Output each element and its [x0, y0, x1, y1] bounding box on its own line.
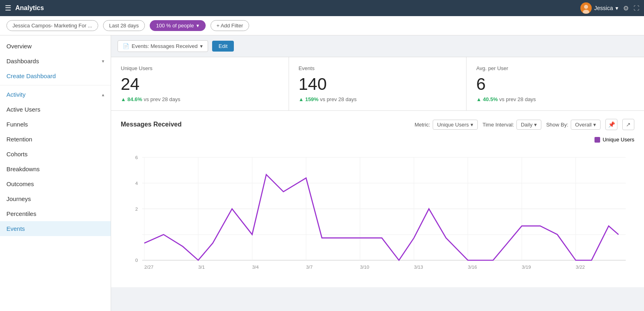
- svg-text:2: 2: [135, 206, 138, 211]
- stat-arrow-2: ▲: [476, 96, 483, 102]
- svg-text:0: 0: [135, 257, 138, 263]
- expand-icon[interactable]: ⛶: [634, 5, 639, 11]
- stat-card-unique-users: Unique Users 24 ▲ 84.6% vs prev 28 days: [111, 57, 289, 110]
- people-dropdown-icon: ▾: [196, 23, 199, 29]
- share-button[interactable]: ↗: [622, 119, 634, 130]
- svg-point-1: [584, 5, 588, 9]
- event-label: Events: Messages Received: [132, 43, 198, 49]
- metric-label: Metric:: [415, 122, 430, 128]
- dashboards-chevron: ▾: [102, 58, 104, 64]
- stat-change-2: ▲ 40.5% vs prev 28 days: [476, 96, 634, 102]
- pin-button[interactable]: 📌: [605, 119, 617, 130]
- sidebar-item-cohorts[interactable]: Cohorts: [0, 147, 111, 162]
- svg-text:3/19: 3/19: [522, 264, 531, 270]
- stat-text-2: vs prev 28 days: [499, 96, 536, 102]
- metric-value: Unique Users: [437, 122, 469, 128]
- showby-value: Overall: [575, 122, 592, 128]
- sidebar-item-percentiles[interactable]: Percentiles: [0, 206, 111, 221]
- sidebar-item-create-dashboard[interactable]: Create Dashboard: [0, 68, 111, 83]
- sidebar-item-funnels[interactable]: Funnels: [0, 117, 111, 132]
- sidebar-item-outcomes[interactable]: Outcomes: [0, 176, 111, 191]
- stat-pct-0: 84.6%: [127, 96, 142, 102]
- gear-icon[interactable]: ⚙: [623, 4, 629, 12]
- chart-controls: Metric: Unique Users ▾ Time Interval: Da…: [415, 119, 634, 130]
- stat-label-0: Unique Users: [121, 65, 279, 71]
- event-toolbar: 📄 Events: Messages Received ▾ Edit: [111, 35, 644, 57]
- people-filter-label: 100 % of people: [156, 23, 194, 29]
- sidebar-divider: [0, 85, 111, 85]
- add-filter-button[interactable]: + Add Filter: [211, 20, 249, 31]
- app-title: Analytics: [15, 4, 44, 12]
- chart-title: Messages Received: [121, 121, 182, 128]
- stat-pct-1: 159%: [305, 96, 318, 102]
- interval-control: Time Interval: Daily ▾: [483, 120, 541, 130]
- stat-card-avg: Avg. per User 6 ▲ 40.5% vs prev 28 days: [466, 57, 644, 110]
- date-range-button[interactable]: Last 28 days: [103, 20, 145, 31]
- interval-value: Daily: [521, 122, 533, 128]
- user-dropdown-icon[interactable]: ▾: [615, 5, 618, 11]
- user-info: Jessica ▾: [580, 2, 618, 14]
- main-layout: Overview Dashboards ▾ Create Dashboard A…: [0, 35, 644, 311]
- svg-text:3/4: 3/4: [252, 264, 259, 270]
- svg-text:3/7: 3/7: [306, 264, 312, 270]
- interval-select[interactable]: Daily ▾: [516, 120, 541, 130]
- chart-svg-container: Unique Users 6 4 2 0: [121, 137, 634, 279]
- showby-select[interactable]: Overall ▾: [571, 120, 601, 130]
- sidebar-item-breakdowns[interactable]: Breakdowns: [0, 162, 111, 176]
- interval-dropdown-icon: ▾: [534, 122, 537, 128]
- stat-value-1: 140: [299, 75, 457, 94]
- stat-card-events: Events 140 ▲ 159% vs prev 28 days: [289, 57, 467, 110]
- showby-control: Show By: Overall ▾: [546, 120, 601, 130]
- metric-select[interactable]: Unique Users ▾: [433, 120, 478, 130]
- edit-button[interactable]: Edit: [212, 41, 234, 52]
- metric-control: Metric: Unique Users ▾: [415, 120, 478, 130]
- interval-label: Time Interval:: [483, 122, 514, 128]
- legend-label: Unique Users: [603, 137, 634, 143]
- metric-dropdown-icon: ▾: [471, 122, 473, 128]
- stat-label-1: Events: [299, 65, 457, 71]
- sidebar-item-activity[interactable]: Activity ▴: [0, 87, 111, 102]
- topbar: ☰ Analytics Jessica ▾ ⚙ ⛶: [0, 0, 644, 16]
- sidebar-item-dashboards[interactable]: Dashboards ▾: [0, 54, 111, 68]
- svg-text:3/13: 3/13: [414, 264, 423, 270]
- stat-label-2: Avg. per User: [476, 65, 634, 71]
- stat-text-0: vs prev 28 days: [144, 96, 180, 102]
- event-select[interactable]: 📄 Events: Messages Received ▾: [118, 40, 208, 52]
- activity-chevron: ▴: [102, 92, 104, 97]
- svg-text:6: 6: [135, 155, 138, 160]
- showby-label: Show By:: [546, 122, 568, 128]
- avatar: [580, 2, 592, 14]
- stat-value-0: 24: [121, 75, 279, 94]
- chart-header: Messages Received Metric: Unique Users ▾…: [121, 119, 634, 130]
- chart-svg: 6 4 2 0 2/27 3/1 3/4 3/7 3/10 3/13 3/16 …: [121, 149, 634, 278]
- stats-row: Unique Users 24 ▲ 84.6% vs prev 28 days …: [111, 57, 644, 111]
- svg-text:3/22: 3/22: [576, 264, 585, 270]
- topbar-left: ☰ Analytics: [5, 4, 44, 12]
- stat-change-0: ▲ 84.6% vs prev 28 days: [121, 96, 279, 102]
- project-button[interactable]: Jessica Campos- Marketing For ...: [6, 20, 98, 31]
- svg-text:2/27: 2/27: [144, 264, 153, 270]
- main-content: 📄 Events: Messages Received ▾ Edit Uniqu…: [111, 35, 644, 311]
- event-doc-icon: 📄: [123, 43, 129, 49]
- sidebar-item-events[interactable]: Events: [0, 221, 111, 236]
- chart-area: Messages Received Metric: Unique Users ▾…: [111, 111, 644, 287]
- sidebar: Overview Dashboards ▾ Create Dashboard A…: [0, 35, 111, 311]
- svg-text:3/10: 3/10: [360, 264, 369, 270]
- legend-color-box: [594, 137, 600, 143]
- event-dropdown-icon: ▾: [200, 43, 203, 49]
- hamburger-icon[interactable]: ☰: [5, 4, 11, 12]
- stat-pct-2: 40.5%: [483, 96, 498, 102]
- stat-change-1: ▲ 159% vs prev 28 days: [299, 96, 457, 102]
- svg-text:4: 4: [135, 180, 138, 186]
- topbar-right: Jessica ▾ ⚙ ⛶: [580, 2, 639, 14]
- user-name: Jessica: [594, 5, 613, 11]
- chart-line: [144, 174, 618, 260]
- sidebar-item-active-users[interactable]: Active Users: [0, 102, 111, 117]
- people-filter-button[interactable]: 100 % of people ▾: [150, 20, 206, 31]
- sidebar-item-retention[interactable]: Retention: [0, 132, 111, 147]
- svg-text:3/16: 3/16: [468, 264, 477, 270]
- stat-value-2: 6: [476, 75, 634, 94]
- sidebar-item-overview[interactable]: Overview: [0, 39, 111, 54]
- sidebar-item-journeys[interactable]: Journeys: [0, 191, 111, 206]
- showby-dropdown-icon: ▾: [593, 122, 596, 128]
